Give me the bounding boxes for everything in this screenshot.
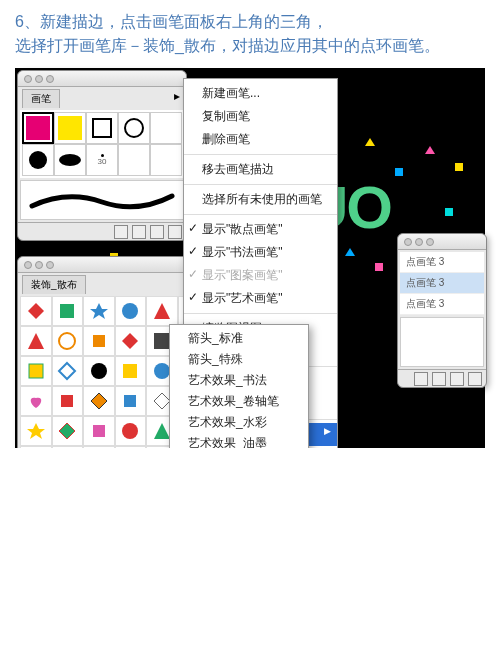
window-controls[interactable] [24,261,54,269]
submenu-item[interactable]: 艺术效果_书法 [170,370,308,391]
menu-item[interactable]: 显示"艺术画笔" [184,287,337,310]
brush-swatch[interactable] [22,144,54,176]
svg-rect-1 [60,304,74,318]
new-brush-icon[interactable] [150,225,164,239]
deco-tab[interactable]: 装饰_散布 [22,275,86,294]
brush-swatch[interactable] [22,112,54,144]
brush-swatch[interactable] [86,112,118,144]
submenu-item[interactable]: 箭头_标准 [170,328,308,349]
deco-swatch[interactable] [20,356,52,386]
deco-swatch[interactable] [20,446,52,448]
brush-swatch[interactable] [54,144,86,176]
footer-icon[interactable] [414,372,428,386]
svg-point-3 [122,303,138,319]
remove-stroke-icon[interactable] [114,225,128,239]
footer-icon[interactable] [450,372,464,386]
deco-swatch[interactable] [83,446,115,448]
brush-swatch[interactable]: 30 [86,144,118,176]
brush-swatch[interactable] [118,112,150,144]
list-item[interactable]: 点画笔 3 [400,252,484,273]
right-panel: 点画笔 3 点画笔 3 点画笔 3 [397,233,487,388]
svg-marker-24 [59,423,75,439]
confetti [395,168,403,176]
confetti [365,138,375,146]
deco-swatch[interactable] [83,326,115,356]
deco-swatch[interactable] [83,296,115,326]
menu-item[interactable]: 移去画笔描边 [184,158,337,181]
deco-swatch[interactable] [52,416,84,446]
brush-tab[interactable]: 画笔 [22,89,60,108]
deco-swatch[interactable] [52,356,84,386]
stroke-preview [20,180,184,220]
brush-swatch[interactable] [150,144,182,176]
menu-item[interactable]: 显示"书法画笔" [184,241,337,264]
panel-footer [398,369,486,387]
deco-swatch[interactable] [115,296,147,326]
confetti [375,263,383,271]
svg-rect-25 [93,425,105,437]
submenu-item[interactable]: 艺术效果_水彩 [170,412,308,433]
svg-marker-19 [91,393,107,409]
menu-item[interactable]: 删除画笔 [184,128,337,151]
trash-icon[interactable] [168,225,182,239]
svg-marker-2 [90,303,108,319]
panel-titlebar[interactable] [398,234,486,250]
deco-swatch[interactable] [52,446,84,448]
svg-marker-0 [28,303,44,319]
brush-swatch[interactable] [118,144,150,176]
svg-point-26 [122,423,138,439]
svg-rect-10 [154,333,170,349]
confetti [445,208,453,216]
brush-panel: 画笔 ▸ 30 [17,70,187,241]
svg-point-16 [154,363,170,379]
deco-swatch[interactable] [146,296,178,326]
panel-titlebar[interactable] [18,71,186,87]
brush-swatch[interactable] [54,112,86,144]
svg-marker-23 [27,423,45,439]
submenu-item[interactable]: 箭头_特殊 [170,349,308,370]
deco-swatch[interactable] [52,386,84,416]
svg-marker-4 [154,303,170,319]
submenu-item[interactable]: 艺术效果_卷轴笔 [170,391,308,412]
svg-marker-13 [59,363,75,379]
svg-point-7 [59,333,75,349]
menu-item[interactable]: 选择所有未使用的画笔 [184,188,337,211]
deco-swatch[interactable] [52,296,84,326]
footer-icon[interactable] [432,372,446,386]
menu-item[interactable]: 新建画笔... [184,82,337,105]
right-list: 点画笔 3 点画笔 3 点画笔 3 [400,252,484,315]
deco-swatch[interactable] [115,326,147,356]
brush-grid: 30 [20,110,184,178]
list-item[interactable]: 点画笔 3 [400,294,484,315]
footer-icon[interactable] [468,372,482,386]
deco-swatch[interactable] [20,386,52,416]
deco-swatch[interactable] [83,356,115,386]
window-controls[interactable] [404,238,434,246]
confetti [345,248,355,256]
window-controls[interactable] [24,75,54,83]
deco-swatch[interactable] [115,416,147,446]
list-item[interactable]: 点画笔 3 [400,273,484,294]
deco-swatch[interactable] [83,386,115,416]
deco-swatch[interactable] [20,416,52,446]
options-icon[interactable] [132,225,146,239]
menu-item[interactable]: 显示"图案画笔" [184,264,337,287]
menu-item[interactable]: 显示"散点画笔" [184,218,337,241]
deco-swatch[interactable] [115,386,147,416]
submenu-item[interactable]: 艺术效果_油墨 [170,433,308,448]
svg-marker-21 [154,393,170,409]
deco-swatch[interactable] [20,326,52,356]
deco-swatch[interactable] [115,446,147,448]
brush-swatch[interactable] [150,112,182,144]
svg-rect-8 [93,335,105,347]
deco-swatch[interactable] [115,356,147,386]
menu-item[interactable]: 复制画笔 [184,105,337,128]
svg-rect-15 [123,364,137,378]
svg-marker-27 [154,423,170,439]
deco-swatch[interactable] [20,296,52,326]
deco-swatch[interactable] [83,416,115,446]
deco-swatch[interactable] [52,326,84,356]
svg-point-14 [91,363,107,379]
svg-marker-9 [122,333,138,349]
svg-rect-18 [61,395,73,407]
